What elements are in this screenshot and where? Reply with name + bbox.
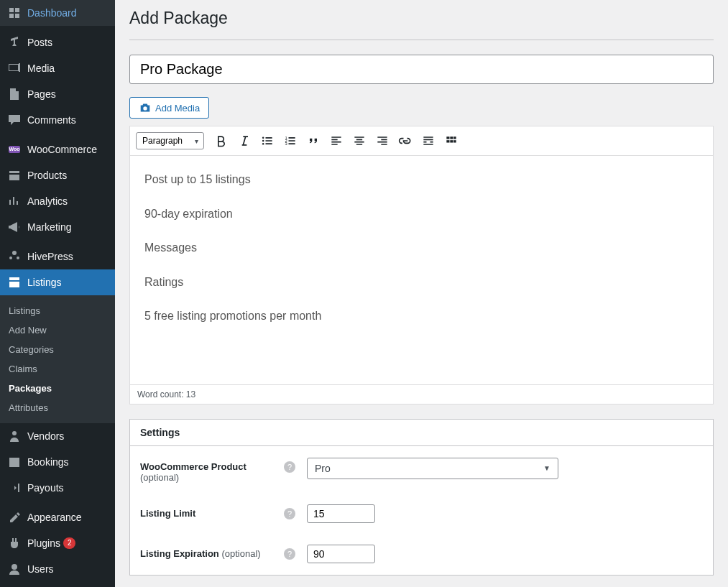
sidebar-item-label: Analytics <box>27 195 68 207</box>
blockquote-button[interactable] <box>303 131 323 151</box>
editor-line: 90-day expiration <box>144 205 699 223</box>
sidebar-item-label: Bookings <box>27 456 69 468</box>
add-media-button[interactable]: Add Media <box>129 97 209 119</box>
toolbar-toggle-button[interactable] <box>441 131 461 151</box>
editor-content[interactable]: Post up to 15 listings 90-day expiration… <box>130 156 713 384</box>
sidebar-item-dashboard[interactable]: Dashboard <box>0 0 115 26</box>
field-label-text: Listing Limit <box>140 508 195 519</box>
sidebar-item-analytics[interactable]: Analytics <box>0 188 115 214</box>
woocommerce-product-select[interactable]: Pro ▼ <box>307 458 558 479</box>
sidebar-item-payouts[interactable]: Payouts <box>0 475 115 501</box>
bullet-list-button[interactable] <box>257 131 277 151</box>
sidebar-item-marketing[interactable]: Marketing <box>0 214 115 240</box>
field-label-text: Listing Expiration <box>140 548 219 559</box>
users-icon <box>7 562 22 576</box>
listing-limit-input[interactable] <box>307 504 375 523</box>
sidebar-item-label: Users <box>27 563 54 575</box>
dashboard-icon <box>7 6 22 20</box>
sidebar-item-label: WooCommerce <box>27 144 97 155</box>
field-listing-limit: Listing Limit ? <box>140 504 703 523</box>
add-media-label: Add Media <box>155 103 200 114</box>
sidebar-item-listings[interactable]: Listings <box>0 269 115 295</box>
editor-toolbar: Paragraph 123 <box>130 126 713 156</box>
link-button[interactable] <box>395 131 415 151</box>
svg-rect-14 <box>450 140 453 142</box>
svg-rect-13 <box>446 140 449 142</box>
vendors-icon <box>7 429 22 443</box>
sidebar-item-products[interactable]: Products <box>0 162 115 188</box>
payouts-icon <box>7 481 22 495</box>
svg-rect-12 <box>453 137 456 139</box>
marketing-icon <box>7 220 22 234</box>
admin-sidebar: Dashboard Posts Media Pages Comments Woo… <box>0 0 115 587</box>
appearance-icon <box>7 510 22 524</box>
plugins-icon <box>7 536 22 550</box>
sidebar-sub-categories[interactable]: Categories <box>0 340 115 359</box>
sidebar-item-label: Media <box>27 63 55 74</box>
sidebar-sub-listings[interactable]: Listings <box>0 301 115 320</box>
svg-text:Woo: Woo <box>9 147 19 152</box>
title-input[interactable] <box>129 55 714 84</box>
chevron-down-icon: ▼ <box>543 464 550 472</box>
sidebar-item-comments[interactable]: Comments <box>0 107 115 133</box>
sidebar-item-pages[interactable]: Pages <box>0 81 115 107</box>
sidebar-item-hivepress[interactable]: HivePress <box>0 244 115 269</box>
sidebar-item-label: Dashboard <box>27 7 77 19</box>
help-icon[interactable]: ? <box>284 461 295 473</box>
woo-icon: Woo <box>7 142 22 157</box>
sidebar-sub-add-new[interactable]: Add New <box>0 320 115 340</box>
settings-header: Settings <box>130 420 713 446</box>
svg-rect-10 <box>446 137 449 139</box>
numbered-list-button[interactable]: 123 <box>280 131 300 151</box>
svg-point-5 <box>262 140 264 142</box>
svg-rect-11 <box>450 137 453 139</box>
plugins-badge: 2 <box>63 537 76 549</box>
align-left-button[interactable] <box>326 131 346 151</box>
listings-icon <box>7 275 22 290</box>
field-label-text: WooCommerce Product <box>140 461 246 472</box>
bold-button[interactable] <box>211 131 231 151</box>
sidebar-item-label: Listings <box>27 277 61 288</box>
svg-point-6 <box>262 143 264 145</box>
sidebar-sub-attributes[interactable]: Attributes <box>0 398 115 417</box>
pages-icon <box>7 87 22 101</box>
hivepress-icon <box>7 249 22 264</box>
sidebar-item-users[interactable]: Users <box>0 556 115 582</box>
format-select[interactable]: Paragraph <box>136 132 204 149</box>
sidebar-item-label: Comments <box>27 114 76 126</box>
italic-button[interactable] <box>234 131 254 151</box>
products-icon <box>7 168 22 182</box>
field-listing-expiration: Listing Expiration (optional) ? <box>140 545 703 563</box>
listing-expiration-input[interactable] <box>307 545 375 563</box>
svg-text:3: 3 <box>285 142 287 146</box>
select-value: Pro <box>315 463 331 474</box>
sidebar-item-plugins[interactable]: Plugins 2 <box>0 530 115 556</box>
sidebar-item-vendors[interactable]: Vendors <box>0 423 115 449</box>
sidebar-item-label: Products <box>27 170 67 181</box>
media-icon <box>7 61 22 75</box>
svg-point-2 <box>12 431 17 435</box>
sidebar-item-posts[interactable]: Posts <box>0 29 115 55</box>
sidebar-item-label: Marketing <box>27 221 71 233</box>
page-title: Add Package <box>129 0 714 40</box>
svg-point-3 <box>11 564 17 570</box>
editor-statusbar: Word count: 13 <box>130 384 713 404</box>
main-content: Add Package Add Media Paragraph 123 <box>115 0 728 587</box>
align-center-button[interactable] <box>349 131 369 151</box>
read-more-button[interactable] <box>418 131 438 151</box>
sidebar-item-media[interactable]: Media <box>0 55 115 81</box>
editor-line: Ratings <box>144 273 699 292</box>
svg-point-4 <box>262 137 264 139</box>
sidebar-item-label: Plugins <box>27 537 60 549</box>
sidebar-sub-packages[interactable]: Packages <box>0 379 115 398</box>
analytics-icon <box>7 194 22 208</box>
sidebar-sub-claims[interactable]: Claims <box>0 359 115 379</box>
sidebar-item-woocommerce[interactable]: Woo WooCommerce <box>0 137 115 162</box>
align-right-button[interactable] <box>372 131 392 151</box>
sidebar-item-appearance[interactable]: Appearance <box>0 504 115 530</box>
help-icon[interactable]: ? <box>284 508 295 519</box>
editor: Paragraph 123 Post up to 15 listings 90-… <box>129 126 714 405</box>
sidebar-item-bookings[interactable]: Bookings <box>0 449 115 475</box>
sidebar-item-label: Payouts <box>27 482 64 494</box>
help-icon[interactable]: ? <box>284 548 295 560</box>
